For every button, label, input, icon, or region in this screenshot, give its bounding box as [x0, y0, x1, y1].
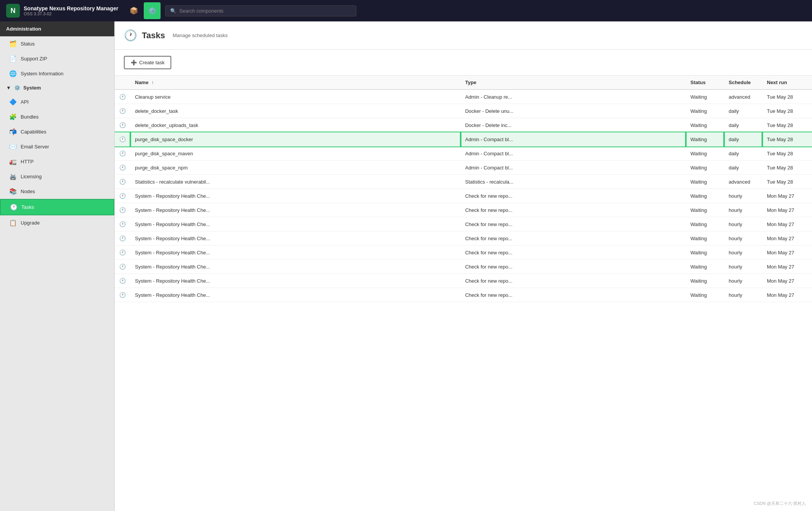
search-icon: 🔍 — [170, 8, 176, 14]
toolbar: ➕ Create task — [115, 50, 812, 76]
row-icon-cell: 🕐 — [115, 104, 130, 118]
table-row[interactable]: 🕐 System - Repository Health Che... Chec… — [115, 203, 812, 217]
row-icon-cell: 🕐 — [115, 231, 130, 246]
table-row[interactable]: 🕐 purge_disk_space_npm Admin - Compact b… — [115, 161, 812, 175]
row-schedule: hourly — [724, 274, 762, 288]
content-area: 🕐 Tasks Manage scheduled tasks ➕ Create … — [115, 21, 812, 511]
page-icon: 🕐 — [124, 29, 137, 42]
email-server-icon: ✉️ — [9, 143, 17, 150]
page-title: Tasks — [142, 31, 165, 41]
row-status: Waiting — [686, 161, 724, 175]
sidebar-item-bundles[interactable]: 🧩 Bundles — [0, 109, 114, 124]
row-icon-cell: 🕐 — [115, 189, 130, 203]
row-schedule: daily — [724, 132, 762, 146]
sidebar-label-tasks: Tasks — [21, 204, 34, 210]
row-type: Check for new repo... — [461, 231, 686, 246]
sidebar-item-upgrade[interactable]: 📋 Upgrade — [0, 215, 114, 230]
row-icon-cell: 🕐 — [115, 161, 130, 175]
sidebar-item-support-zip[interactable]: 📄 Support ZIP — [0, 51, 114, 66]
row-nextrun: Tue May 28 — [762, 175, 812, 189]
row-schedule: advanced — [724, 175, 762, 189]
table-row[interactable]: 🕐 System - Repository Health Che... Chec… — [115, 217, 812, 231]
table-row[interactable]: 🕐 Cleanup service Admin - Cleanup re... … — [115, 90, 812, 104]
row-icon-cell: 🕐 — [115, 203, 130, 217]
task-clock-icon: 🕐 — [119, 150, 126, 156]
sidebar-item-api[interactable]: 🔷 API — [0, 94, 114, 109]
row-nextrun: Tue May 28 — [762, 118, 812, 132]
row-icon-cell: 🕐 — [115, 118, 130, 132]
table-row[interactable]: 🕐 delete_docker_uploads_task Docker - De… — [115, 118, 812, 132]
plus-icon: ➕ — [131, 60, 137, 65]
sidebar-item-system-information[interactable]: 🌐 System Information — [0, 66, 114, 81]
col-header-nextrun[interactable]: Next run — [762, 76, 812, 90]
table-row[interactable]: 🕐 Statistics - recalculate vulnerabil...… — [115, 175, 812, 189]
table-row[interactable]: 🕐 purge_disk_space_maven Admin - Compact… — [115, 146, 812, 161]
sidebar-label-email-server: Email Server — [21, 144, 49, 150]
row-schedule: advanced — [724, 90, 762, 104]
table-row[interactable]: 🕐 System - Repository Health Che... Chec… — [115, 288, 812, 302]
sidebar-item-capabilities[interactable]: 📬 Capabilities — [0, 124, 114, 139]
row-type: Admin - Compact bl... — [461, 161, 686, 175]
row-status: Waiting — [686, 175, 724, 189]
table-row[interactable]: 🕐 System - Repository Health Che... Chec… — [115, 260, 812, 274]
sidebar-label-api: API — [21, 99, 29, 105]
search-input[interactable] — [179, 8, 351, 14]
row-name: Cleanup service — [130, 90, 461, 104]
status-icon: 🗂️ — [9, 40, 17, 47]
row-type: Admin - Cleanup re... — [461, 90, 686, 104]
row-status: Waiting — [686, 203, 724, 217]
system-section-icon: ⚙️ — [14, 85, 20, 91]
col-header-name[interactable]: Name ↑ — [130, 76, 461, 90]
row-nextrun: Tue May 28 — [762, 104, 812, 118]
row-name: System - Repository Health Che... — [130, 231, 461, 246]
col-header-schedule[interactable]: Schedule — [724, 76, 762, 90]
settings-button[interactable]: ⚙️ — [144, 2, 161, 19]
row-status: Waiting — [686, 104, 724, 118]
upgrade-icon: 📋 — [9, 219, 17, 226]
row-name: purge_disk_space_npm — [130, 161, 461, 175]
table-row[interactable]: 🕐 System - Repository Health Che... Chec… — [115, 189, 812, 203]
row-schedule: hourly — [724, 217, 762, 231]
app-name: Sonatype Nexus Repository Manager — [24, 5, 118, 11]
row-name: delete_docker_task — [130, 104, 461, 118]
row-name: purge_disk_space_docker — [130, 132, 461, 146]
row-type: Docker - Delete inc... — [461, 118, 686, 132]
task-clock-icon: 🕐 — [119, 249, 126, 255]
sidebar-item-licensing[interactable]: 🖨️ Licensing — [0, 169, 114, 184]
task-clock-icon: 🕐 — [119, 122, 126, 128]
row-schedule: daily — [724, 161, 762, 175]
support-zip-icon: 📄 — [9, 55, 17, 62]
task-clock-icon: 🕐 — [119, 136, 126, 142]
row-type: Check for new repo... — [461, 260, 686, 274]
row-nextrun: Mon May 27 — [762, 189, 812, 203]
sidebar-item-status[interactable]: 🗂️ Status — [0, 36, 114, 51]
row-type: Check for new repo... — [461, 217, 686, 231]
row-status: Waiting — [686, 118, 724, 132]
browse-button[interactable]: 📦 — [125, 2, 142, 19]
table-row[interactable]: 🕐 purge_disk_space_docker Admin - Compac… — [115, 132, 812, 146]
table-row[interactable]: 🕐 delete_docker_task Docker - Delete unu… — [115, 104, 812, 118]
sidebar-item-tasks[interactable]: 🕐 Tasks — [0, 199, 114, 215]
sidebar-section-system[interactable]: ▼ ⚙️ System — [0, 81, 114, 94]
row-schedule: hourly — [724, 288, 762, 302]
row-nextrun: Mon May 27 — [762, 288, 812, 302]
table-row[interactable]: 🕐 System - Repository Health Che... Chec… — [115, 231, 812, 246]
col-header-type[interactable]: Type — [461, 76, 686, 90]
sidebar-item-email-server[interactable]: ✉️ Email Server — [0, 139, 114, 154]
table-row[interactable]: 🕐 System - Repository Health Che... Chec… — [115, 246, 812, 260]
main-layout: Administration 🗂️ Status 📄 Support ZIP 🌐… — [0, 21, 812, 511]
row-status: Waiting — [686, 246, 724, 260]
row-name: System - Repository Health Che... — [130, 203, 461, 217]
row-icon-cell: 🕐 — [115, 288, 130, 302]
sidebar-item-nodes[interactable]: 📚 Nodes — [0, 184, 114, 199]
task-clock-icon: 🕐 — [119, 179, 126, 185]
col-header-status[interactable]: Status — [686, 76, 724, 90]
table-row[interactable]: 🕐 System - Repository Health Che... Chec… — [115, 274, 812, 288]
sidebar-item-http[interactable]: 🚛 HTTP — [0, 154, 114, 169]
system-information-icon: 🌐 — [9, 70, 17, 77]
create-task-button[interactable]: ➕ Create task — [124, 56, 171, 69]
row-type: Statistics - recalcula... — [461, 175, 686, 189]
row-name: Statistics - recalculate vulnerabil... — [130, 175, 461, 189]
row-nextrun: Mon May 27 — [762, 217, 812, 231]
row-icon-cell: 🕐 — [115, 274, 130, 288]
